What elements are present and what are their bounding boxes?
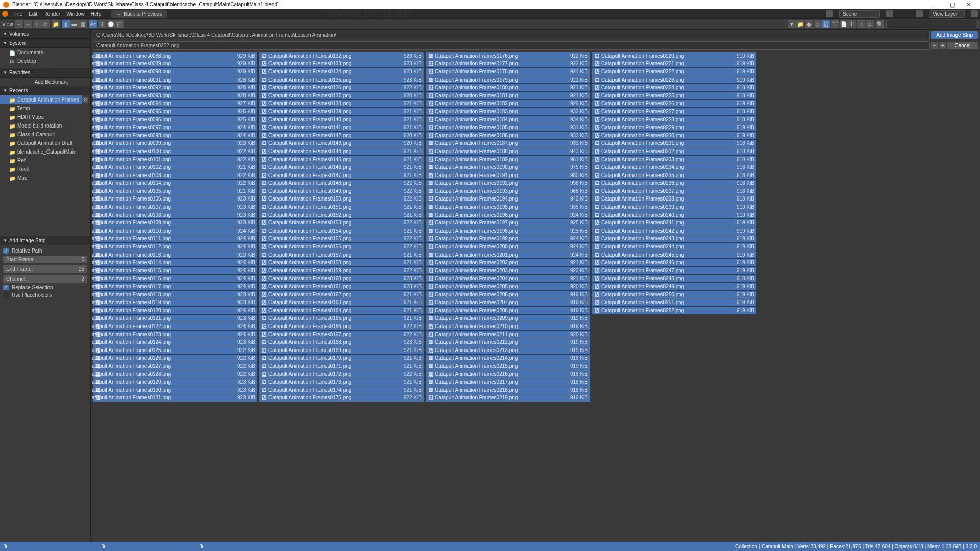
- file-item[interactable]: 🖼Catapult Animation Frames0210.png919 Ki…: [426, 322, 590, 330]
- file-item[interactable]: 🖼Catapult Animation Frames0240.png919 Ki…: [592, 211, 756, 219]
- menu-window[interactable]: Window: [66, 11, 85, 17]
- file-item[interactable]: 🖼Catapult Animation Frames0165.png921 Ki…: [259, 315, 424, 322]
- file-item[interactable]: 🖼Catapult Animation Frames0134.png923 Ki…: [259, 68, 424, 76]
- nav-back-button[interactable]: ←: [15, 20, 23, 28]
- file-item[interactable]: 🖼Catapult Animation Frames0213.png919 Ki…: [426, 346, 590, 354]
- file-item[interactable]: 🖼Catapult Animation Frames0238.png918 Ki…: [592, 195, 756, 203]
- file-item[interactable]: 🖼Catapult Animation Frames0181.png921 Ki…: [426, 92, 590, 99]
- relative-path-checkbox[interactable]: ✓: [3, 248, 9, 254]
- file-item[interactable]: 🖼Catapult Animation Frames0195.png935 Ki…: [426, 203, 590, 211]
- file-item[interactable]: 🖼Catapult Animation Frames0142.png920 Ki…: [259, 132, 424, 139]
- search-input[interactable]: [886, 20, 978, 28]
- search-icon[interactable]: 🔍: [876, 20, 884, 28]
- viewlayer-icon[interactable]: [916, 10, 923, 17]
- file-item[interactable]: 🖼Catapult Animation Frames0176.png922 Ki…: [426, 52, 590, 60]
- file-item[interactable]: 🖼Catapult Animation Frames0155.png922 Ki…: [259, 235, 424, 243]
- file-item[interactable]: 🖼atapult Animation Frames0100.png922 KiB: [93, 147, 257, 155]
- file-item[interactable]: 🖼atapult Animation Frames0105.png921 KiB: [93, 187, 257, 195]
- sort-ext-icon[interactable]: ↧: [98, 20, 106, 28]
- file-item[interactable]: 🖼atapult Animation Frames0098.png924 KiB: [93, 132, 257, 139]
- file-item[interactable]: 🖼Catapult Animation Frames0227.png918 Ki…: [592, 108, 756, 115]
- nav-up-button[interactable]: ↑: [33, 20, 41, 28]
- volumes-header[interactable]: ▼Volumes: [0, 30, 90, 39]
- file-item[interactable]: 🖼atapult Animation Frames0088.png929 KiB: [93, 52, 257, 60]
- file-item[interactable]: 🖼atapult Animation Frames0116.png924 KiB: [93, 275, 257, 283]
- file-item[interactable]: 🖼Catapult Animation Frames0178.png921 Ki…: [426, 68, 590, 76]
- file-item[interactable]: 🖼Catapult Animation Frames0248.png918 Ki…: [592, 275, 756, 283]
- list-vertical-icon[interactable]: ▮: [62, 20, 70, 28]
- back-to-previous-button[interactable]: ←Back to Previous: [111, 10, 167, 18]
- file-item[interactable]: 🖼Catapult Animation Frames0190.png975 Ki…: [426, 163, 590, 171]
- file-item[interactable]: 🖼Catapult Animation Frames0218.png918 Ki…: [426, 386, 590, 394]
- filter-script-icon[interactable]: 📄: [840, 20, 848, 28]
- end-frame-field[interactable]: End Frame:25: [3, 265, 87, 273]
- file-item[interactable]: 🖼Catapult Animation Frames0211.png920 Ki…: [426, 331, 590, 338]
- file-item[interactable]: 🖼atapult Animation Frames0102.png921 KiB: [93, 163, 257, 171]
- system-item[interactable]: 🖥Desktop: [0, 57, 90, 65]
- file-item[interactable]: 🖼atapult Animation Frames0122.png924 KiB: [93, 322, 257, 330]
- file-item[interactable]: 🖼Catapult Animation Frames0170.png921 Ki…: [259, 355, 424, 362]
- file-item[interactable]: 🖼Catapult Animation Frames0151.png921 Ki…: [259, 203, 424, 211]
- refresh-button[interactable]: ⟳: [41, 20, 50, 28]
- file-item[interactable]: 🖼atapult Animation Frames0131.png923 KiB: [93, 394, 257, 402]
- file-item[interactable]: 🖼Catapult Animation Frames0235.png918 Ki…: [592, 171, 756, 179]
- file-item[interactable]: 🖼Catapult Animation Frames0243.png919 Ki…: [592, 235, 756, 243]
- menu-help[interactable]: Help: [91, 11, 102, 17]
- file-item[interactable]: 🖼atapult Animation Frames0119.png923 KiB: [93, 298, 257, 306]
- file-item[interactable]: 🖼Catapult Animation Frames0163.png921 Ki…: [259, 298, 424, 306]
- file-item[interactable]: 🖼Catapult Animation Frames0220.png919 Ki…: [592, 52, 756, 60]
- scene-field[interactable]: Scene: [839, 10, 880, 18]
- file-item[interactable]: 🖼Catapult Animation Frames0139.png921 Ki…: [259, 108, 424, 115]
- file-item[interactable]: 🖼atapult Animation Frames0099.png923 KiB: [93, 140, 257, 147]
- file-item[interactable]: 🖼Catapult Animation Frames0182.png929 Ki…: [426, 100, 590, 108]
- file-item[interactable]: 🖼Catapult Animation Frames0219.png919 Ki…: [426, 394, 590, 402]
- file-item[interactable]: 🖼atapult Animation Frames0129.png923 KiB: [93, 378, 257, 386]
- recent-item[interactable]: 📁Mud: [0, 173, 88, 182]
- file-item[interactable]: 🖼Catapult Animation Frames0143.png920 Ki…: [259, 140, 424, 147]
- file-item[interactable]: 🖼atapult Animation Frames0097.png924 KiB: [93, 123, 257, 131]
- remove-recent-button[interactable]: ✕: [82, 97, 88, 103]
- file-item[interactable]: 🖼atapult Animation Frames0104.png922 KiB: [93, 180, 257, 187]
- filter-folder-icon[interactable]: 📁: [796, 20, 804, 28]
- file-item[interactable]: 🖼Catapult Animation Frames0144.png921 Ki…: [259, 147, 424, 155]
- file-item[interactable]: 🖼Catapult Animation Frames0202.png921 Ki…: [426, 259, 590, 266]
- file-item[interactable]: 🖼Catapult Animation Frames0186.png933 Ki…: [426, 132, 590, 139]
- recent-item[interactable]: 📁HDRI Maps: [0, 113, 88, 121]
- file-item[interactable]: 🖼Catapult Animation Frames0198.png925 Ki…: [426, 227, 590, 235]
- sort-size-icon[interactable]: ◱: [115, 20, 124, 28]
- file-item[interactable]: 🖼Catapult Animation Frames0164.png921 Ki…: [259, 307, 424, 314]
- recent-item[interactable]: 📁Ref: [0, 156, 88, 165]
- file-item[interactable]: 🖼atapult Animation Frames0112.png924 KiB: [93, 243, 257, 251]
- file-item[interactable]: 🖼atapult Animation Frames0096.png925 KiB: [93, 116, 257, 123]
- sort-alpha-icon[interactable]: Aᴢ: [89, 20, 97, 28]
- file-item[interactable]: 🖼atapult Animation Frames0125.png922 KiB: [93, 346, 257, 354]
- file-item[interactable]: 🖼Catapult Animation Frames0154.png921 Ki…: [259, 227, 424, 235]
- file-item[interactable]: 🖼Catapult Animation Frames0191.png980 Ki…: [426, 171, 590, 179]
- recent-item[interactable]: 📁Rock: [0, 165, 88, 173]
- file-item[interactable]: 🖼atapult Animation Frames0115.png924 KiB: [93, 267, 257, 274]
- file-item[interactable]: 🖼Catapult Animation Frames0161.png923 Ki…: [259, 283, 424, 290]
- file-item[interactable]: 🖼atapult Animation Frames0120.png924 KiB: [93, 307, 257, 314]
- file-item[interactable]: 🖼Catapult Animation Frames0224.png918 Ki…: [592, 84, 756, 91]
- file-item[interactable]: 🖼atapult Animation Frames0114.png924 KiB: [93, 259, 257, 266]
- add-image-strip-button[interactable]: Add Image Strip: [931, 31, 978, 39]
- file-item[interactable]: 🖼Catapult Animation Frames0174.png921 Ki…: [259, 386, 424, 394]
- file-item[interactable]: 🖼Catapult Animation Frames0212.png919 Ki…: [426, 338, 590, 346]
- file-item[interactable]: 🖼Catapult Animation Frames0231.png918 Ki…: [592, 140, 756, 147]
- file-item[interactable]: 🖼atapult Animation Frames0089.png929 KiB: [93, 60, 257, 68]
- cancel-button[interactable]: Cancel: [947, 42, 978, 49]
- file-item[interactable]: 🖼Catapult Animation Frames0251.png919 Ki…: [592, 298, 756, 306]
- file-item[interactable]: 🖼Catapult Animation Frames0252.png919 Ki…: [592, 307, 756, 314]
- file-item[interactable]: 🖼Catapult Animation Frames0206.png919 Ki…: [426, 291, 590, 298]
- options-header[interactable]: ▼Add Image Strip: [0, 236, 90, 245]
- file-item[interactable]: 🖼Catapult Animation Frames0209.png919 Ki…: [426, 315, 590, 322]
- file-item[interactable]: 🖼Catapult Animation Frames0216.png918 Ki…: [426, 370, 590, 378]
- file-item[interactable]: 🖼Catapult Animation Frames0133.png923 Ki…: [259, 60, 424, 68]
- file-item[interactable]: 🖼Catapult Animation Frames0214.png918 Ki…: [426, 355, 590, 362]
- sort-time-icon[interactable]: 🕐: [107, 20, 115, 28]
- file-item[interactable]: 🖼Catapult Animation Frames0247.png919 Ki…: [592, 267, 756, 274]
- file-item[interactable]: 🖼Catapult Animation Frames0197.png925 Ki…: [426, 219, 590, 227]
- use-placeholders-checkbox[interactable]: [3, 292, 9, 298]
- file-item[interactable]: 🖼Catapult Animation Frames0237.png918 Ki…: [592, 187, 756, 195]
- file-item[interactable]: 🖼Catapult Animation Frames0201.png924 Ki…: [426, 251, 590, 259]
